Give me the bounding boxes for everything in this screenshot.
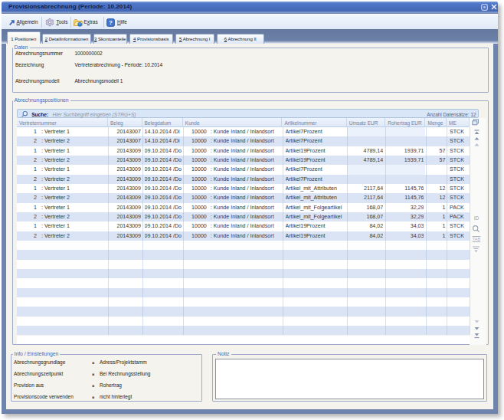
svg-text:?: ?	[109, 19, 113, 26]
